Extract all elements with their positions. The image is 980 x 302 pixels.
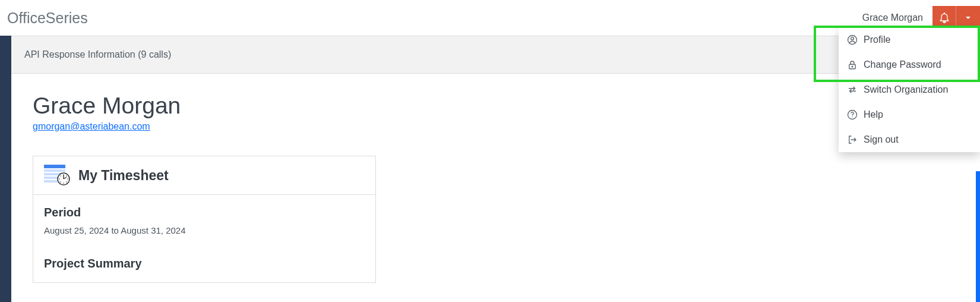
user-icon bbox=[847, 34, 858, 45]
menu-item-sign-out[interactable]: Sign out bbox=[839, 127, 980, 152]
content-area: API Response Information (9 calls) Grace… bbox=[11, 36, 980, 302]
svg-point-12 bbox=[63, 183, 64, 184]
timesheet-card: My Timesheet Period August 25, 2024 to A… bbox=[33, 156, 376, 283]
top-bar: OfficeSeries Grace Morgan bbox=[0, 0, 980, 36]
svg-rect-0 bbox=[44, 165, 65, 168]
menu-item-label: Sign out bbox=[864, 134, 899, 145]
menu-item-label: Help bbox=[864, 109, 883, 120]
period-label: Period bbox=[44, 206, 365, 219]
svg-point-13 bbox=[60, 181, 61, 183]
svg-point-21 bbox=[852, 117, 852, 117]
notifications-button[interactable] bbox=[932, 6, 956, 30]
period-value: August 25, 2024 to August 31, 2024 bbox=[44, 225, 365, 235]
menu-item-label: Change Password bbox=[864, 59, 941, 70]
bell-icon bbox=[938, 12, 950, 24]
svg-point-17 bbox=[851, 37, 854, 40]
svg-rect-1 bbox=[44, 169, 65, 172]
svg-point-19 bbox=[852, 66, 853, 67]
menu-item-change-password[interactable]: Change Password bbox=[839, 52, 980, 77]
menu-item-label: Profile bbox=[864, 34, 890, 45]
page-title: Grace Morgan bbox=[33, 93, 959, 119]
user-dropdown-menu: Profile Change Password Switch Organizat… bbox=[839, 27, 980, 152]
user-email-link[interactable]: gmorgan@asteriabean.com bbox=[33, 121, 150, 132]
sign-out-icon bbox=[847, 134, 858, 145]
brand-label: OfficeSeries bbox=[7, 10, 88, 27]
app-body: API Response Information (9 calls) Grace… bbox=[0, 36, 980, 302]
svg-point-8 bbox=[63, 174, 64, 175]
svg-point-11 bbox=[66, 181, 67, 183]
timesheet-card-title: My Timesheet bbox=[78, 168, 169, 184]
scrollbar-indicator[interactable] bbox=[976, 171, 980, 302]
caret-down-icon bbox=[965, 14, 972, 21]
help-icon bbox=[847, 109, 858, 120]
svg-point-14 bbox=[59, 178, 60, 180]
api-banner[interactable]: API Response Information (9 calls) bbox=[11, 36, 980, 74]
main-content: Grace Morgan gmorgan@asteriabean.com bbox=[11, 74, 980, 283]
top-user-name: Grace Morgan bbox=[853, 12, 932, 23]
svg-point-10 bbox=[67, 178, 68, 180]
svg-point-9 bbox=[66, 175, 67, 177]
menu-item-switch-organization[interactable]: Switch Organization bbox=[839, 77, 980, 102]
project-summary-label: Project Summary bbox=[44, 257, 365, 270]
lock-icon bbox=[847, 59, 858, 70]
menu-item-label: Switch Organization bbox=[864, 84, 948, 95]
timesheet-card-header: My Timesheet bbox=[33, 156, 375, 195]
timesheet-card-body: Period August 25, 2024 to August 31, 202… bbox=[33, 195, 375, 282]
swap-icon bbox=[847, 84, 858, 95]
menu-item-profile[interactable]: Profile bbox=[839, 27, 980, 52]
menu-item-help[interactable]: Help bbox=[839, 102, 980, 127]
left-nav-rail[interactable] bbox=[0, 36, 11, 302]
timesheet-icon bbox=[44, 165, 70, 186]
svg-point-15 bbox=[60, 175, 61, 177]
user-menu-toggle[interactable] bbox=[956, 6, 980, 30]
